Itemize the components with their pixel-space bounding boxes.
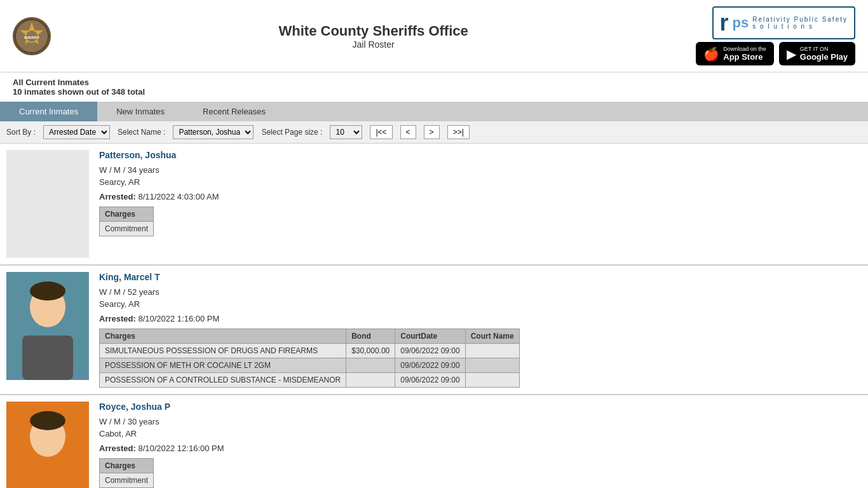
bond-value bbox=[346, 358, 395, 373]
name-select[interactable]: Patterson, Joshua bbox=[173, 125, 254, 139]
store-buttons: 🍎 Download on the App Store ▶ GET IT ON … bbox=[696, 42, 855, 65]
page-header: SHERIFF White County Sheriffs Office Jai… bbox=[0, 0, 868, 72]
charge-row: Commitment bbox=[100, 222, 154, 236]
inmate-details: Patterson, JoshuaW / M / 34 yearsSearcy,… bbox=[99, 150, 862, 258]
charge-value: POSSESSION OF A CONTROLLED SUBSTANCE - M… bbox=[100, 373, 346, 388]
rps-line2: s o l u t i o n s bbox=[752, 23, 848, 30]
charge-row: Commitment bbox=[100, 473, 154, 488]
googleplay-label-big: Google Play bbox=[800, 52, 848, 62]
tab-current-inmates[interactable]: Current Inmates bbox=[0, 102, 97, 121]
inmate-location: Searcy, AR bbox=[99, 177, 862, 187]
charges-column-header: CourtDate bbox=[395, 329, 465, 344]
inmate-list: Patterson, JoshuaW / M / 34 yearsSearcy,… bbox=[0, 144, 868, 488]
google-icon: ▶ bbox=[787, 46, 796, 62]
inmate-arrested-date: Arrested: 8/11/2022 4:03:00 AM bbox=[99, 192, 862, 201]
tab-new-inmates[interactable]: New Inmates bbox=[97, 102, 184, 121]
svg-text:SHERIFF: SHERIFF bbox=[24, 35, 40, 39]
inmate-row: King, Marcel TW / M / 52 yearsSearcy, AR… bbox=[0, 266, 868, 395]
court-date-value: 09/06/2022 09:00 bbox=[395, 358, 465, 373]
inmate-details: Royce, Joshua PW / M / 30 yearsCabot, AR… bbox=[99, 402, 862, 488]
charges-table: ChargesBondCourtDateCourt NameSIMULTANEO… bbox=[99, 329, 520, 388]
charge-row: POSSESSION OF A CONTROLLED SUBSTANCE - M… bbox=[100, 373, 520, 388]
court-name-value bbox=[465, 358, 519, 373]
inmate-photo bbox=[6, 150, 89, 258]
sheriff-badge-container: SHERIFF bbox=[13, 17, 51, 55]
page-title-block: White County Sheriffs Office Jail Roster bbox=[279, 23, 468, 50]
sheriff-badge: SHERIFF bbox=[13, 17, 51, 55]
inmate-row: Patterson, JoshuaW / M / 34 yearsSearcy,… bbox=[0, 144, 868, 266]
inmate-photo bbox=[6, 402, 89, 488]
header-right: r ps Relativity Public Safety s o l u t … bbox=[696, 6, 855, 65]
sort-by-select[interactable]: Arrested Date bbox=[43, 125, 110, 139]
charges-table: ChargesCommitment bbox=[99, 458, 154, 488]
controls-bar: Sort By : Arrested Date Select Name : Pa… bbox=[0, 121, 868, 144]
charges-column-header: Charges bbox=[100, 459, 154, 473]
page-title: White County Sheriffs Office bbox=[279, 23, 468, 39]
googleplay-text: GET IT ON Google Play bbox=[800, 46, 848, 62]
inmate-details: King, Marcel TW / M / 52 yearsSearcy, AR… bbox=[99, 272, 862, 388]
all-inmates-label: All Current Inmates bbox=[13, 78, 855, 87]
apple-icon: 🍎 bbox=[703, 46, 719, 62]
nav-last-button[interactable]: >>| bbox=[447, 125, 470, 139]
inmate-row: Royce, Joshua PW / M / 30 yearsCabot, AR… bbox=[0, 395, 868, 488]
inmate-summary: All Current Inmates 10 inmates shown out… bbox=[0, 72, 868, 102]
appstore-text: Download on the App Store bbox=[723, 46, 766, 62]
inmate-location: Searcy, AR bbox=[99, 299, 862, 309]
charge-value: POSSESSION OF METH OR COCAINE LT 2GM bbox=[100, 358, 346, 373]
nav-first-button[interactable]: |<< bbox=[370, 125, 392, 139]
charges-column-header: Court Name bbox=[465, 329, 519, 344]
charge-value: Commitment bbox=[100, 473, 154, 488]
inmate-name[interactable]: Royce, Joshua P bbox=[99, 402, 862, 412]
svg-point-11 bbox=[30, 411, 65, 430]
nav-next-button[interactable]: > bbox=[424, 125, 440, 139]
appstore-button[interactable]: 🍎 Download on the App Store bbox=[696, 42, 774, 65]
inmate-location: Cabot, AR bbox=[99, 429, 862, 438]
arrested-label: Arrested: bbox=[99, 192, 136, 201]
charge-value: Commitment bbox=[100, 222, 154, 236]
rps-ps: ps bbox=[733, 16, 749, 30]
page-size-label: Select Page size : bbox=[261, 128, 322, 137]
googleplay-label-small: GET IT ON bbox=[800, 46, 848, 52]
charge-row: POSSESSION OF METH OR COCAINE LT 2GM09/0… bbox=[100, 358, 520, 373]
arrested-label: Arrested: bbox=[99, 314, 136, 323]
nav-prev-button[interactable]: < bbox=[400, 125, 416, 139]
charges-section: ChargesCommitment bbox=[99, 207, 862, 236]
inmate-arrested-date: Arrested: 8/10/2022 1:16:00 PM bbox=[99, 314, 862, 323]
charges-column-header: Charges bbox=[100, 329, 346, 344]
page-subtitle: Jail Roster bbox=[279, 39, 468, 50]
inmate-demographics: W / M / 34 years bbox=[99, 165, 862, 175]
svg-point-7 bbox=[30, 281, 65, 301]
arrested-label: Arrested: bbox=[99, 444, 136, 453]
court-date-value: 09/06/2022 09:00 bbox=[395, 344, 465, 358]
inmate-arrested-date: Arrested: 8/10/2022 12:16:00 PM bbox=[99, 444, 862, 453]
svg-rect-6 bbox=[22, 336, 73, 380]
inmate-count-label: 10 inmates shown out of 348 total bbox=[13, 87, 855, 97]
rps-subtitle: Relativity Public Safety s o l u t i o n… bbox=[752, 16, 848, 30]
tab-recent-releases[interactable]: Recent Releases bbox=[184, 102, 285, 121]
court-date-value: 09/06/2022 09:00 bbox=[395, 373, 465, 388]
charges-table: ChargesCommitment bbox=[99, 207, 154, 236]
bond-value bbox=[346, 373, 395, 388]
appstore-label-big: App Store bbox=[723, 52, 766, 62]
inmate-name[interactable]: King, Marcel T bbox=[99, 272, 862, 282]
page-size-select[interactable]: 10 25 50 100 bbox=[330, 125, 362, 139]
court-name-value bbox=[465, 373, 519, 388]
tabs-bar: Current Inmates New Inmates Recent Relea… bbox=[0, 102, 868, 121]
inmate-demographics: W / M / 52 years bbox=[99, 287, 862, 297]
charges-column-header: Bond bbox=[346, 329, 395, 344]
court-name-value bbox=[465, 344, 519, 358]
sort-by-label: Sort By : bbox=[6, 128, 36, 137]
googleplay-button[interactable]: ▶ GET IT ON Google Play bbox=[779, 42, 855, 65]
charge-row: SIMULTANEOUS POSSESSION OF DRUGS AND FIR… bbox=[100, 344, 520, 358]
inmate-photo bbox=[6, 272, 89, 380]
charges-section: ChargesCommitment bbox=[99, 458, 862, 488]
svg-rect-10 bbox=[22, 465, 73, 488]
bond-value: $30,000.00 bbox=[346, 344, 395, 358]
rps-r: r bbox=[720, 11, 729, 34]
rps-logo: r ps Relativity Public Safety s o l u t … bbox=[712, 6, 855, 39]
charges-column-header: Charges bbox=[100, 207, 154, 222]
select-name-label: Select Name : bbox=[118, 128, 165, 137]
inmate-name[interactable]: Patterson, Joshua bbox=[99, 150, 862, 160]
inmate-demographics: W / M / 30 years bbox=[99, 417, 862, 426]
charges-section: ChargesBondCourtDateCourt NameSIMULTANEO… bbox=[99, 329, 862, 388]
